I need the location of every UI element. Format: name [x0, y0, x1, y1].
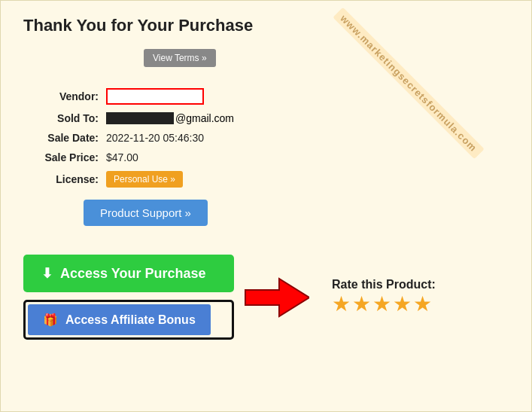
- sold-to-value: @gmail.com: [106, 112, 234, 124]
- bottom-left-buttons: ⬇ Access Your Purchase 🎁 Access Affiliat…: [23, 255, 234, 340]
- license-label: License:: [38, 173, 106, 185]
- access-purchase-button[interactable]: ⬇ Access Your Purchase: [23, 255, 234, 292]
- star-5[interactable]: ★: [413, 291, 432, 316]
- view-terms-button[interactable]: View Terms »: [144, 49, 216, 67]
- access-purchase-label: Access Your Purchase: [60, 266, 205, 282]
- star-4[interactable]: ★: [393, 291, 412, 316]
- arrow-container: [242, 275, 309, 320]
- access-affiliate-wrapper: 🎁 Access Affiliate Bonus: [23, 300, 234, 340]
- product-support-button[interactable]: Product Support »: [84, 200, 208, 226]
- sale-date-label: Sale Date:: [38, 132, 106, 144]
- star-1[interactable]: ★: [332, 291, 351, 316]
- svg-marker-0: [245, 279, 309, 316]
- star-2[interactable]: ★: [352, 291, 371, 316]
- license-button[interactable]: Personal Use »: [106, 171, 183, 188]
- vendor-row: Vendor:: [38, 88, 509, 105]
- star-3[interactable]: ★: [372, 291, 391, 316]
- sold-to-redacted: [106, 112, 174, 124]
- product-support-wrapper: Product Support »: [23, 195, 509, 241]
- sale-date-value: 2022-11-20 05:46:30: [106, 132, 204, 144]
- sale-price-label: Sale Price:: [38, 151, 106, 163]
- sold-to-label: Sold To:: [38, 112, 106, 124]
- vendor-label: Vendor:: [38, 90, 106, 102]
- view-terms-wrapper: View Terms »: [84, 49, 509, 78]
- license-row: License: Personal Use »: [38, 171, 509, 188]
- sold-to-row: Sold To: @gmail.com: [38, 112, 509, 124]
- main-card: Thank You for Your Purchase View Terms »…: [0, 0, 532, 412]
- rate-section: Rate this Product: ★ ★ ★ ★ ★: [332, 278, 436, 316]
- sold-to-email: @gmail.com: [175, 112, 234, 124]
- sale-price-row: Sale Price: $47.00: [38, 151, 509, 163]
- rate-label: Rate this Product:: [332, 278, 436, 291]
- access-affiliate-button[interactable]: 🎁 Access Affiliate Bonus: [28, 304, 211, 335]
- vendor-value-box: [106, 88, 204, 105]
- info-table: Vendor: Sold To: @gmail.com Sale Date: 2…: [38, 88, 509, 188]
- page-title: Thank You for Your Purchase: [23, 16, 509, 35]
- sale-date-row: Sale Date: 2022-11-20 05:46:30: [38, 132, 509, 144]
- access-affiliate-label: Access Affiliate Bonus: [65, 313, 196, 327]
- bottom-row: ⬇ Access Your Purchase 🎁 Access Affiliat…: [23, 255, 509, 340]
- download-icon: ⬇: [41, 265, 53, 282]
- stars-container: ★ ★ ★ ★ ★: [332, 291, 432, 316]
- arrow-icon: [242, 275, 309, 320]
- sale-price-value: $47.00: [106, 151, 138, 163]
- gift-icon: 🎁: [43, 313, 58, 327]
